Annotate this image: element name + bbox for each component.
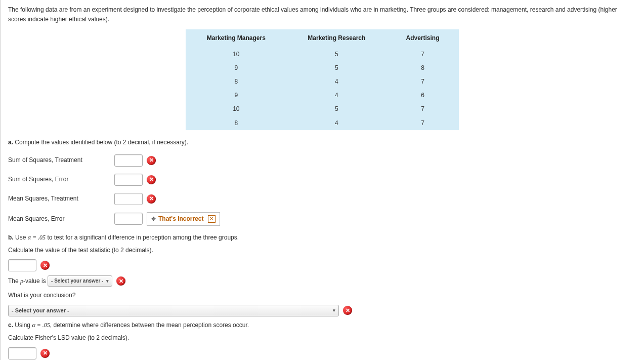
sse-label: Sum of Squares, Error [8, 175, 114, 184]
sst-input[interactable] [114, 154, 143, 167]
move-icon: ✥ [151, 215, 156, 224]
incorrect-icon: ✕ [116, 276, 125, 286]
col-header: Advertising [387, 29, 459, 47]
conclusion-select[interactable]: - Select your answer -▾ [8, 305, 339, 317]
incorrect-icon: ✕ [147, 175, 156, 184]
cell: 4 [287, 89, 387, 102]
pvalue-select[interactable]: - Select your answer -▾ [48, 275, 112, 287]
feedback-text: That's Incorrect [158, 214, 204, 224]
sse-input[interactable] [114, 174, 143, 186]
cell: 5 [287, 48, 387, 61]
cell: 8 [186, 75, 287, 89]
part-c-label: c. [8, 322, 13, 329]
part-a-label: a. [8, 139, 13, 146]
mst-label: Mean Squares, Treatment [8, 194, 114, 204]
cell: 10 [186, 48, 287, 61]
cell: 9 [186, 89, 287, 102]
cell: 4 [287, 116, 387, 130]
lsd-input[interactable] [8, 347, 36, 359]
incorrect-icon: ✕ [40, 261, 50, 270]
cell: 7 [387, 75, 459, 89]
part-b-prompt: b. Use α = .05 to test for a significant… [8, 233, 636, 243]
feedback-tooltip: ✥ That's Incorrect ✕ [147, 212, 220, 226]
cell: 7 [387, 48, 459, 61]
intro-text: The following data are from an experimen… [8, 5, 636, 24]
mse-input[interactable] [114, 213, 143, 225]
cell: 8 [387, 61, 459, 75]
conclusion-question: What is your conclusion? [8, 291, 636, 300]
cell: 5 [287, 102, 387, 116]
incorrect-icon: ✕ [343, 306, 352, 315]
incorrect-icon: ✕ [40, 349, 50, 358]
cell: 7 [387, 116, 459, 130]
cell: 9 [186, 61, 287, 75]
data-table: Marketing Managers Marketing Research Ad… [186, 29, 459, 130]
cell: 7 [387, 102, 459, 116]
mse-label: Mean Squares, Error [8, 214, 114, 224]
part-b-text2: Calculate the value of the test statisti… [8, 246, 636, 255]
cell: 8 [186, 116, 287, 130]
part-c-prompt: c. Using α = .05, determine where differ… [8, 321, 636, 330]
caret-icon: ▾ [106, 277, 109, 285]
cell: 6 [387, 89, 459, 102]
part-b-label: b. [8, 234, 14, 241]
cell: 4 [287, 75, 387, 89]
incorrect-icon: ✕ [147, 156, 156, 165]
cell: 10 [186, 102, 287, 116]
test-stat-input[interactable] [8, 259, 36, 271]
close-icon[interactable]: ✕ [208, 215, 216, 223]
caret-icon: ▾ [333, 307, 335, 314]
col-header: Marketing Research [287, 29, 387, 47]
col-header: Marketing Managers [186, 29, 287, 47]
mst-input[interactable] [114, 193, 143, 205]
cell: 5 [287, 61, 387, 75]
part-a-prompt: a. Compute the values identified below (… [8, 138, 636, 147]
incorrect-icon: ✕ [147, 194, 156, 204]
sst-label: Sum of Squares, Treatment [8, 155, 114, 165]
pvalue-label: The p-value is [8, 276, 46, 286]
part-c-text2: Calculate Fisher's LSD value (to 2 decim… [8, 333, 636, 343]
